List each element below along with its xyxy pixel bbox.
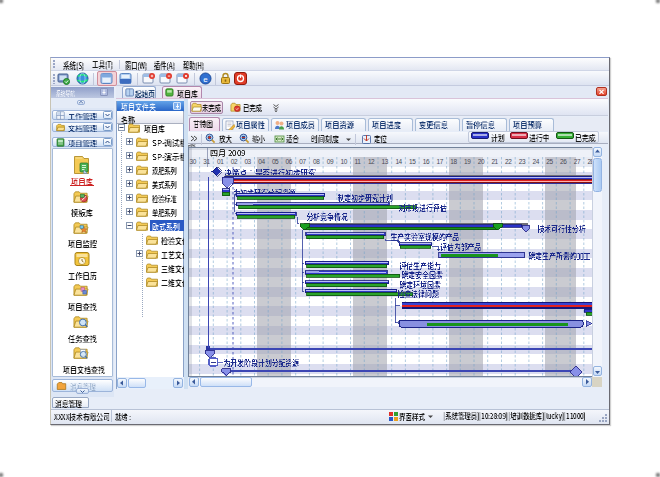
svg-text:e: e [203, 75, 208, 84]
